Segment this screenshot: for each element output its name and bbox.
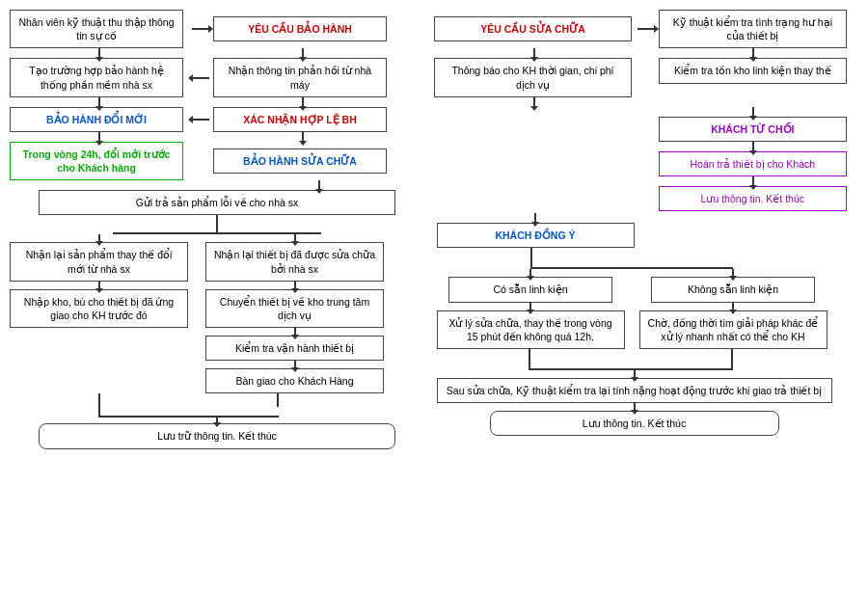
vline-branch	[216, 215, 218, 234]
box-xulysua: Xử lý sửa chữa, thay thế trong vòng 15 p…	[437, 310, 625, 349]
arr9r	[294, 282, 296, 289]
left-diagram: Nhân viên kỹ thuật thu thập thông tin sự…	[10, 10, 424, 449]
arrow-tao-nhan	[192, 77, 209, 79]
rarr3	[533, 97, 535, 107]
box-trongvong: Trong vòng 24h, đổi mới trước cho Khách …	[10, 142, 183, 180]
rdvline-branch	[530, 248, 532, 269]
arr11r	[294, 361, 296, 368]
vline-right-merge	[277, 393, 279, 407]
rarr6	[752, 176, 754, 186]
rarr8l	[529, 269, 531, 277]
center-dot	[188, 416, 190, 418]
rarr9l	[529, 303, 531, 310]
rarr2	[752, 48, 754, 58]
arr6	[302, 132, 304, 142]
arr1	[98, 48, 100, 58]
rarr7	[534, 213, 536, 223]
vline-left-merge	[98, 393, 100, 418]
box-chuyen: Chuyển thiết bị về kho trung tâm dịch vụ	[205, 289, 384, 328]
rdhline-branch	[530, 267, 733, 269]
arr12	[216, 418, 218, 423]
rdvline-merge-l	[529, 349, 530, 370]
arr10r	[294, 328, 296, 336]
box-baohanhsuachua: BẢO HÀNH SỬA CHỮA	[213, 148, 387, 174]
right-diagram: YÊU CẦU SỬA CHỮA Kỹ thuật kiểm tra tình …	[434, 10, 849, 449]
arr9l	[98, 282, 100, 289]
box-kykthuatkiem: Kỹ thuật kiểm tra tình trạng hư hại của …	[659, 10, 847, 48]
box-tao: Tạo trường hợp bảo hành hệ thống phần mề…	[10, 58, 183, 96]
arr5	[98, 132, 100, 142]
arr8r	[294, 234, 296, 242]
box-nv: Nhân viên kỹ thuật thu thập thông tin sự…	[10, 10, 183, 48]
arr3	[98, 97, 100, 107]
arr7	[318, 180, 320, 190]
arrow-nv-bh	[192, 28, 209, 30]
box-baohanh: YÊU CẦU BẢO HÀNH	[213, 16, 387, 41]
arr4	[302, 97, 304, 107]
box-nhanlai1: Nhận lại sản phẩm thay thế đổi mới từ nh…	[10, 242, 188, 281]
rarr5	[752, 142, 754, 151]
rarr8r	[732, 269, 734, 277]
rdvline-merge-r	[731, 349, 733, 370]
hline-branch	[114, 232, 321, 234]
rarr1	[533, 48, 535, 58]
arrow-bhdm-xn	[192, 119, 209, 121]
rdhline-merge	[529, 368, 733, 370]
box-nhapkho: Nhập kho, bù cho thiết bị đã ứng giao ch…	[10, 289, 188, 328]
box-thongbao: Thông báo cho KH thời gian, chi phí dịch…	[434, 58, 632, 96]
box-nhanphanhai: Nhận thông tin phản hồi từ nhà máy	[213, 58, 387, 96]
box-nhanlai2: Nhận lại thiết bị đã được sửa chữa bởi n…	[205, 242, 384, 281]
rarr10	[634, 370, 636, 378]
arr8l	[98, 234, 100, 242]
main-container: Nhân viên kỹ thuật thu thập thông tin sự…	[0, 0, 868, 459]
rarr4	[752, 107, 754, 117]
rarr9r	[732, 303, 734, 310]
rarr11	[634, 403, 636, 411]
arrow-yc-kt	[637, 28, 655, 30]
box-yeucau: YÊU CẦU SỬA CHỮA	[434, 16, 632, 41]
arr2	[302, 48, 304, 58]
box-guitra: Gửi trả sản phẩm lỗi về cho nhà sx	[39, 190, 395, 215]
box-cho: Chờ, đồng thời tìm giải pháp khác để xử …	[639, 310, 827, 349]
